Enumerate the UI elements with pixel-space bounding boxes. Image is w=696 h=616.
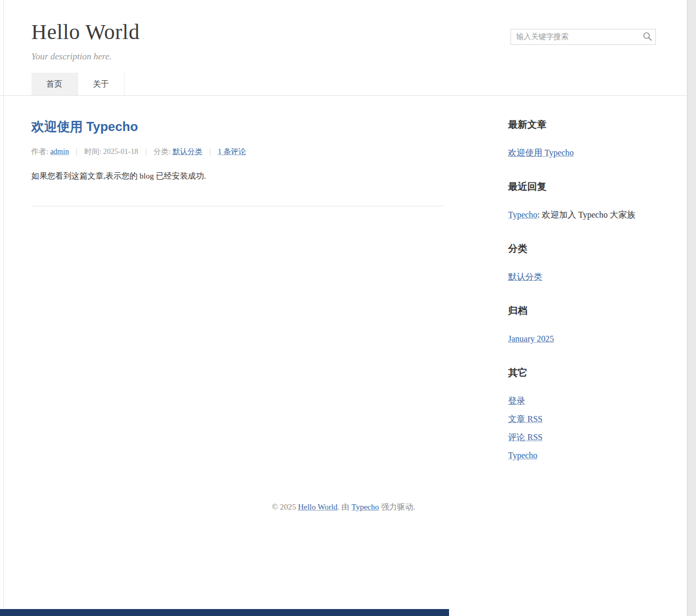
- footer-site-link[interactable]: Hello World: [298, 503, 337, 511]
- post-title-link[interactable]: 欢迎使用 Typecho: [32, 118, 138, 135]
- site-title[interactable]: Hello World: [32, 19, 140, 44]
- author-link[interactable]: admin: [50, 148, 69, 156]
- list-item: Typecho: 欢迎加入 Typecho 大家族: [508, 206, 656, 224]
- list-item: 默认分类: [508, 268, 656, 286]
- site-branding: Hello World Your description here.: [32, 19, 140, 62]
- list-item: January 2025: [508, 330, 656, 348]
- sidebar-section-title: 最新文章: [508, 118, 656, 131]
- footer-suffix-text: 强力驱动.: [379, 503, 415, 511]
- list-item: Typecho: [508, 446, 656, 465]
- search-box: [511, 29, 656, 45]
- post-rss-link[interactable]: 文章 RSS: [508, 414, 543, 424]
- archive-link[interactable]: January 2025: [508, 334, 554, 343]
- meta-separator: |: [145, 148, 146, 156]
- sidebar-section-title: 归档: [508, 304, 656, 317]
- page-left-rule: [3, 0, 4, 616]
- nav-tab-about[interactable]: 关于: [78, 73, 125, 95]
- list-item: 登录: [508, 392, 656, 410]
- footer-copyright: © 2025: [272, 503, 298, 511]
- meta-separator: |: [76, 148, 78, 156]
- comment-rss-link[interactable]: 评论 RSS: [508, 433, 543, 442]
- page: Hello World Your description here.: [0, 0, 687, 530]
- search-input[interactable]: [511, 29, 656, 45]
- post-meta: 作者: admin|时间: 2025-01-18|分类: 默认分类|1 条评论: [32, 147, 443, 157]
- category-sidebar-link[interactable]: 默认分类: [508, 272, 543, 281]
- category-link[interactable]: 默认分类: [173, 148, 203, 156]
- site-description: Your description here.: [32, 51, 140, 62]
- main-nav: 首页 关于: [32, 73, 656, 95]
- sidebar-section-title: 最近回复: [508, 180, 656, 193]
- post-list: 欢迎使用 Typecho 作者: admin|时间: 2025-01-18|分类…: [32, 118, 443, 206]
- recent-post-link[interactable]: 欢迎使用 Typecho: [508, 148, 574, 157]
- list-item: 文章 RSS: [508, 410, 656, 428]
- sidebar: 最新文章 欢迎使用 Typecho 最近回复 Typecho: 欢迎加入 Typ…: [508, 118, 656, 465]
- typecho-link[interactable]: Typecho: [508, 451, 538, 460]
- list-item: 评论 RSS: [508, 428, 656, 446]
- scrollbar[interactable]: [687, 0, 696, 616]
- site-header: Hello World Your description here.: [0, 0, 687, 96]
- sidebar-section-recent-replies: 最近回复 Typecho: 欢迎加入 Typecho 大家族: [508, 180, 656, 224]
- meta-category-label: 分类:: [153, 148, 172, 156]
- search-button[interactable]: [641, 31, 653, 43]
- post-divider: [32, 206, 443, 206]
- sidebar-section-title: 其它: [508, 366, 656, 379]
- sidebar-section-misc: 其它 登录 文章 RSS 评论 RSS Typecho: [508, 366, 656, 465]
- comments-link[interactable]: 1 条评论: [218, 148, 246, 156]
- meta-date: 时间: 2025-01-18: [84, 148, 138, 156]
- bottom-bar: [0, 609, 449, 616]
- recent-reply-excerpt: : 欢迎加入 Typecho 大家族: [537, 210, 635, 219]
- sidebar-section-categories: 分类 默认分类: [508, 242, 656, 286]
- meta-author-label: 作者:: [32, 148, 50, 156]
- nav-tab-home[interactable]: 首页: [32, 73, 78, 95]
- recent-reply-author-link[interactable]: Typecho: [508, 210, 538, 219]
- sidebar-section-title: 分类: [508, 242, 656, 255]
- footer-engine-link[interactable]: Typecho: [352, 503, 379, 511]
- site-footer: © 2025 Hello World. 由 Typecho 强力驱动.: [32, 496, 656, 530]
- search-icon: [642, 35, 653, 43]
- list-item: 欢迎使用 Typecho: [508, 144, 656, 162]
- sidebar-section-recent-posts: 最新文章 欢迎使用 Typecho: [508, 118, 656, 162]
- meta-separator: |: [210, 148, 211, 156]
- post: 欢迎使用 Typecho 作者: admin|时间: 2025-01-18|分类…: [32, 118, 443, 183]
- footer-middle-text: . 由: [337, 503, 351, 511]
- sidebar-section-archives: 归档 January 2025: [508, 304, 656, 348]
- post-body: 如果您看到这篇文章,表示您的 blog 已经安装成功.: [32, 170, 443, 183]
- login-link[interactable]: 登录: [508, 396, 525, 405]
